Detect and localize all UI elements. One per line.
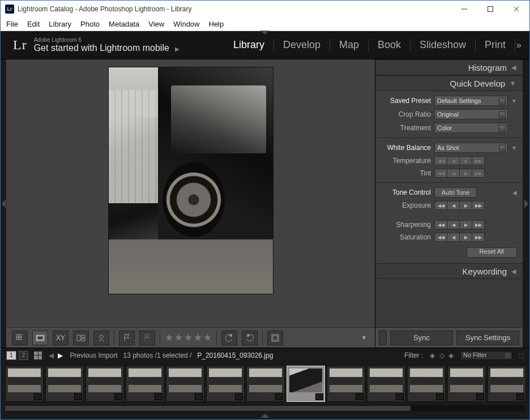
svg-rect-0: [488, 7, 493, 12]
thumbnail[interactable]: [45, 366, 84, 402]
crop-frame-button[interactable]: [267, 331, 283, 345]
sync-bar: Sync Sync Settings: [375, 327, 523, 348]
module-print[interactable]: Print: [476, 39, 515, 51]
svg-point-10: [100, 335, 103, 338]
crop-ratio-select[interactable]: Original: [434, 109, 508, 119]
module-overflow-icon[interactable]: »: [516, 40, 522, 50]
quick-develop-panel-header[interactable]: Quick Develop▼: [375, 75, 523, 91]
module-slideshow[interactable]: Slideshow: [411, 39, 476, 51]
menu-help[interactable]: Help: [209, 20, 224, 28]
survey-view-button[interactable]: [73, 331, 89, 345]
module-book[interactable]: Book: [369, 39, 411, 51]
identity-tagline[interactable]: Get started with Lightroom mobile: [34, 43, 169, 53]
auto-tone-button[interactable]: Auto Tone: [434, 187, 477, 198]
maximize-button[interactable]: [477, 1, 503, 18]
svg-rect-8: [82, 335, 85, 337]
identity-menu-icon[interactable]: ▶: [175, 46, 179, 52]
nav-back-button[interactable]: ◀: [49, 352, 54, 359]
close-button[interactable]: [503, 1, 529, 18]
thumbnail[interactable]: [407, 366, 446, 402]
histogram-panel-header[interactable]: Histogram◀: [375, 59, 523, 75]
menu-metadata[interactable]: Metadata: [109, 20, 139, 28]
flag-reject-button[interactable]: [139, 331, 155, 345]
menu-file[interactable]: File: [6, 20, 18, 28]
thumbnail[interactable]: [126, 366, 164, 402]
module-map[interactable]: Map: [330, 39, 369, 51]
filter-flag-pick[interactable]: ◈: [430, 352, 435, 359]
thumbnail[interactable]: [327, 366, 365, 402]
grid-icon[interactable]: [34, 352, 42, 359]
svg-rect-9: [82, 338, 85, 341]
thumbnail[interactable]: [166, 366, 204, 402]
lightroom-logo: Lr: [13, 37, 27, 53]
menu-library[interactable]: Library: [49, 20, 71, 28]
menu-photo[interactable]: Photo: [80, 20, 100, 28]
exposure-stepper[interactable]: ◀◀◀▶▶▶: [434, 201, 485, 210]
thumbnail[interactable]: [488, 366, 526, 402]
filter-flag-reject[interactable]: ◈: [448, 352, 454, 359]
white-balance-label: White Balance: [381, 144, 431, 152]
minimize-button[interactable]: [451, 1, 477, 18]
section-expand-icon[interactable]: ◀: [512, 190, 517, 196]
thumbnail[interactable]: [206, 366, 245, 402]
filter-flags: ◈ ◇ ◈: [429, 352, 455, 359]
tone-control-label: Tone Control: [381, 188, 431, 196]
module-library[interactable]: Library: [224, 39, 274, 51]
keywording-panel-header[interactable]: Keywording◀: [375, 263, 523, 279]
white-balance-select[interactable]: As Shot: [434, 143, 508, 153]
library-toolbar: XY ★★★★★ ▼: [6, 327, 375, 348]
filmstrip-scrollbar[interactable]: [5, 405, 525, 412]
identity-subtitle: Adobe Lightroom 6: [34, 37, 180, 43]
thumbnail[interactable]: [447, 366, 486, 402]
saved-preset-select[interactable]: Default Settings: [434, 96, 508, 106]
temperature-stepper[interactable]: ◀◀◀▶▶▶: [434, 156, 485, 165]
section-collapse-icon[interactable]: ▼: [511, 145, 517, 151]
identity-bar: Lr Adobe Lightroom 6 Get started with Li…: [1, 31, 529, 59]
right-panel: Histogram◀ Quick Develop▼ Saved Preset D…: [375, 59, 523, 348]
module-develop[interactable]: Develop: [274, 39, 330, 51]
flag-pick-button[interactable]: [119, 331, 135, 345]
loupe-photo[interactable]: [109, 67, 273, 294]
sync-button[interactable]: Sync: [390, 331, 453, 345]
grid-view-button[interactable]: [12, 331, 28, 345]
source-label[interactable]: Previous Import: [70, 352, 117, 359]
menu-edit[interactable]: Edit: [27, 20, 40, 28]
window-title: Lightroom Catalog - Adobe Photoshop Ligh…: [18, 5, 192, 13]
loupe-view-button[interactable]: [32, 331, 48, 345]
thumbnail[interactable]: [367, 366, 405, 402]
people-view-button[interactable]: [93, 331, 109, 345]
tint-stepper[interactable]: ◀◀◀▶▶▶: [434, 169, 485, 178]
left-panel-toggle[interactable]: [1, 59, 6, 348]
sync-settings-button[interactable]: Sync Settings: [456, 331, 519, 345]
sync-switch[interactable]: [379, 331, 387, 345]
thumbnail-selected[interactable]: [287, 366, 325, 402]
temperature-label: Temperature: [381, 157, 431, 165]
filter-preset-select[interactable]: No Filter: [460, 351, 512, 360]
crop-ratio-label: Crop Ratio: [381, 110, 431, 118]
rating-stars[interactable]: ★★★★★: [165, 332, 212, 344]
rotate-cw-button[interactable]: [242, 331, 258, 345]
thumbnail-strip[interactable]: [1, 362, 529, 405]
monitor-1-button[interactable]: 1: [6, 351, 16, 360]
compare-view-button[interactable]: XY: [53, 331, 69, 345]
treatment-select[interactable]: Color: [434, 123, 508, 133]
menu-window[interactable]: Window: [173, 20, 199, 28]
treatment-label: Treatment: [381, 124, 431, 132]
thumbnail[interactable]: [246, 366, 285, 402]
right-panel-toggle[interactable]: [523, 59, 529, 348]
exposure-label: Exposure: [381, 202, 431, 209]
menu-view[interactable]: View: [148, 20, 164, 28]
reset-all-button[interactable]: Reset All: [467, 247, 517, 258]
saturation-stepper[interactable]: ◀◀◀▶▶▶: [434, 233, 485, 242]
sharpening-stepper[interactable]: ◀◀◀▶▶▶: [434, 220, 485, 229]
bottom-panel-toggle[interactable]: [1, 414, 529, 419]
filter-lock-icon[interactable]: ⬚: [518, 352, 524, 359]
rotate-ccw-button[interactable]: [221, 331, 237, 345]
filter-flag-unflagged[interactable]: ◇: [439, 352, 444, 359]
thumbnail[interactable]: [5, 366, 44, 402]
toolbar-options-icon[interactable]: ▼: [361, 335, 367, 341]
monitor-2-button[interactable]: 2: [19, 351, 29, 360]
nav-forward-button[interactable]: ▶: [58, 352, 63, 359]
section-collapse-icon[interactable]: ▼: [511, 98, 517, 104]
thumbnail[interactable]: [86, 366, 124, 402]
